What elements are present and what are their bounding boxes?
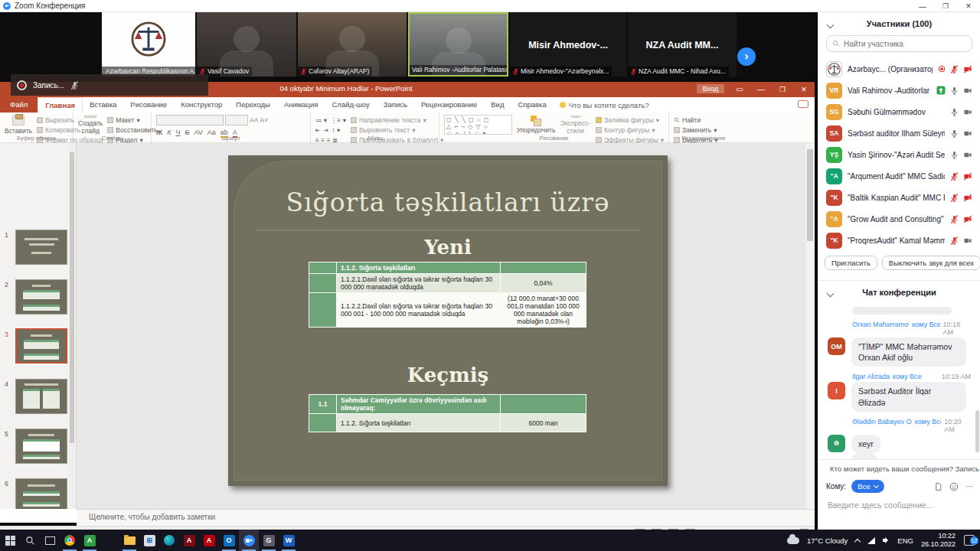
shrink-font-button[interactable]: A˅ [260,116,268,124]
chat-input[interactable]: Введите здесь сообщение... [818,496,942,514]
tab-review[interactable]: Рецензирование [414,97,484,112]
collapse-chat-icon[interactable] [827,290,835,298]
font-name-combobox[interactable] [156,115,224,126]
clock[interactable]: 10:22 26.10.2022 [921,532,956,549]
replace-button[interactable]: Заменить ▾ [674,126,718,134]
video-tile-active-speaker[interactable]: Vali Rahimov -Auditorlar Palatası [408,12,508,77]
tab-animations[interactable]: Анимация [277,97,325,112]
task-view-button[interactable] [40,530,60,551]
message-bubble[interactable]: xeyr [851,435,880,453]
font-size-combobox[interactable] [225,115,248,126]
tab-transitions[interactable]: Переходы [229,97,277,112]
participant-row[interactable]: "K "Baltik Kaspian Audit" MMC Em... [818,187,980,208]
word-icon[interactable]: W [279,530,299,551]
outlook-icon[interactable]: O [219,530,239,551]
participant-row[interactable]: SG Səbuhi Gülməmmədov [818,101,980,122]
shape-outline-button[interactable]: Контур фигуры ▾ [596,126,664,134]
slide-canvas[interactable]: Sığorta təşkilatları üzrə Yeni 1.1.2. Sı… [228,155,668,486]
tab-slideshow[interactable]: Слайд-шоу [325,97,377,112]
tray-expand-icon[interactable] [854,538,861,544]
tab-view[interactable]: Вид [484,97,511,112]
grow-font-button[interactable]: A˄ [250,116,258,124]
restore-button[interactable]: ❐ [934,2,957,10]
slide-thumbnail[interactable] [15,478,67,509]
find-button[interactable]: Найти [674,116,718,124]
bullets-button[interactable]: ≔ ▾ ⋮≡ ▾ [315,116,346,124]
mute-all-button[interactable]: Выключить звук для всех [882,256,980,270]
speaker-icon[interactable] [883,537,890,544]
video-tile[interactable]: Misir Ahmedov-... Misir Ahmedov-"Azərbey… [510,12,626,77]
zoom-taskbar-icon[interactable] [239,530,259,551]
slide-thumbnail[interactable] [15,279,67,315]
recipient-selector[interactable]: Все [851,480,884,493]
minimize-button[interactable]: — [911,2,934,11]
slide-thumbnail-selected[interactable] [15,328,67,364]
indent-buttons[interactable]: ⇤ ⇥ ↕ ▾ [315,126,346,134]
ppt-restore-button[interactable]: ❐ [772,82,793,97]
acrobat-reader-icon[interactable]: A [199,530,219,551]
ribbon-display-options-button[interactable]: ▭ [729,82,750,97]
start-button[interactable] [0,530,20,551]
search-input[interactable] [844,40,959,48]
sender-name[interactable]: Ilgar Alizada [852,373,890,380]
gimp-icon[interactable]: G [259,530,279,551]
tab-home[interactable]: Главная [38,97,83,112]
microsoft-store-icon[interactable]: ⊞ [139,530,159,551]
signin-button[interactable]: Вход [697,84,724,93]
slide-thumbnail[interactable] [15,379,67,414]
video-tile[interactable]: Azərbaycan Respublikasının A... [102,12,195,77]
participant-row[interactable]: "A "Grow Audit and Consulting" M... [818,208,980,230]
chrome-icon[interactable] [60,530,80,551]
video-tile[interactable]: NZA Audit MM... NZA Audit MMC - Nihad Ax… [628,12,737,77]
slide-thumbnail[interactable] [15,230,67,265]
message-bubble[interactable]: "TİMP" MMC Məhərrəmov Orxan Akif oğlu [851,337,966,367]
video-tile[interactable]: Cəfərov Altay(ARAP) [298,12,407,77]
network-icon[interactable] [867,537,875,544]
invite-button[interactable]: Пригласить [825,256,877,270]
next-videos-button[interactable]: › [737,47,756,66]
tell-me-box[interactable]: Что вы хотите сделать? [554,97,655,112]
edge-icon[interactable] [159,530,179,551]
tab-insert[interactable]: Вставка [83,97,123,112]
tab-draw[interactable]: Рисование [123,97,174,112]
collapse-participants-icon[interactable] [827,21,835,29]
quick-styles-button[interactable]: Экспресс-стили [560,115,591,135]
paste-button[interactable]: Вставить [5,115,32,135]
tab-help[interactable]: Справка [511,97,553,112]
align-text-button[interactable]: Выровнять текст ▾ [351,126,443,134]
file-attach-icon[interactable] [934,482,942,491]
shape-fill-button[interactable]: Заливка фигуры ▾ [596,116,664,124]
language-switcher[interactable]: ENG [897,536,913,545]
slide-thumbnail[interactable] [15,429,67,464]
sender-name[interactable]: Ələddin Babayev O... [852,418,912,425]
sender-name[interactable]: Orxan Məhərrəmov [852,321,909,328]
notes-pane[interactable]: Щелкните, чтобы добавить заметки [77,509,815,526]
ppt-minimize-button[interactable]: — [750,82,772,97]
close-button[interactable]: × [957,1,980,11]
layout-button[interactable]: Макет ▾ [107,116,157,124]
arrange-button[interactable]: Упорядочить [517,115,556,135]
notification-center-icon[interactable]: 12 [963,534,975,546]
participant-row[interactable]: "K "ProqresAudit" Kamal Məmmə... [818,230,980,251]
thumbnail-scrollbar[interactable] [69,143,75,509]
participant-row[interactable]: YŞ Yasin Şirinov-"Azəri Audit Servi... [818,144,980,165]
chat-more-icon[interactable]: ⋯ [965,482,973,491]
slide-scrollbar[interactable] [805,143,815,509]
translate-icon[interactable]: A [80,530,100,551]
participant-row[interactable]: "A "Arqument Audit" MMC Sadiq ... [818,165,980,187]
participant-search[interactable] [826,35,972,52]
chat-scrollbar[interactable] [975,295,979,460]
participant-row[interactable]: SA Sərbəst auditor İlham Süleyman [818,122,980,144]
text-direction-button[interactable]: Направление текста ▾ [351,116,443,124]
message-bubble[interactable]: Sərbəst Auditor İlqar Əlizadə [851,382,966,411]
shapes-gallery[interactable]: ◻ ╲ ╲ ◻ ○ ◻ △ ⌐ ¬ ◇ ▽ ○ ☆ ∿ { } ☆ ▾ [444,115,512,135]
reset-button[interactable]: Восстановить [107,126,157,134]
tab-file[interactable]: Файл [0,97,38,112]
participant-row[interactable]: Azərbayc... (Организатор, я) [818,58,980,80]
weather-text[interactable]: 17°C Cloudy [807,536,848,545]
new-slide-button[interactable]: Создать слайд [78,115,103,135]
acrobat-icon[interactable]: A [179,530,199,551]
comments-icon[interactable] [798,100,808,108]
tab-design[interactable]: Конструктор [174,97,229,112]
file-explorer-icon[interactable] [119,530,139,551]
